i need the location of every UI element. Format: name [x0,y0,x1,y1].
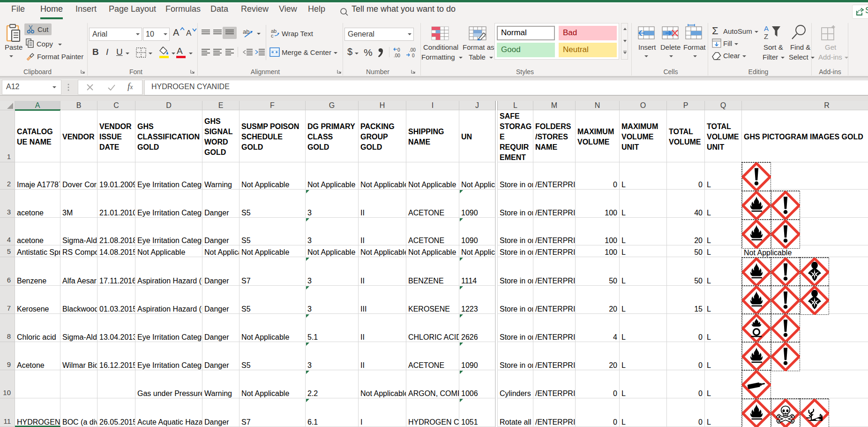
svg-text:.00: .00 [394,53,400,58]
svg-text:0: 0 [412,53,415,58]
svg-text:Z: Z [764,32,768,40]
svg-text:c: c [271,33,274,38]
svg-text:A: A [764,25,769,32]
svg-text:.00: .00 [409,47,416,53]
svg-text:0: 0 [397,47,400,53]
